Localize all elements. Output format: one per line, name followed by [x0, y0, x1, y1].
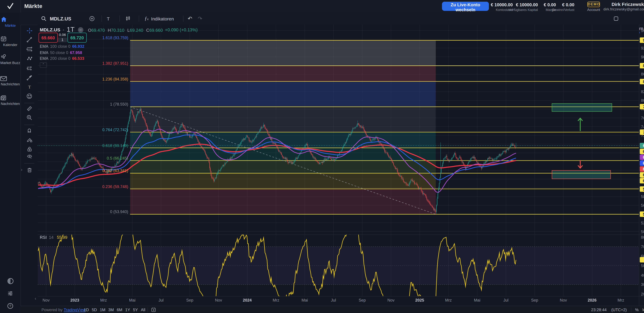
compare-add-button[interactable]: [89, 12, 95, 25]
price-chip-59.748: 59.748: [640, 186, 644, 192]
price-tick: 82.000: [641, 89, 644, 94]
tool-crosshair-icon[interactable]: [24, 26, 35, 35]
rsi-chart-canvas[interactable]: [38, 234, 639, 296]
time-tick-Jul: Jul: [158, 298, 164, 303]
time-tick-Mrz: Mrz: [273, 298, 279, 303]
stat-label: Gewinn/Verlust: [552, 8, 574, 12]
trading-app: Märkte Zu Live-Konto wechseln € 10000.00…: [0, 0, 644, 313]
time-tick-2024: 2024: [243, 298, 252, 303]
tradingview-link[interactable]: TradingView: [64, 308, 86, 312]
time-tick-Mai: Mai: [474, 298, 480, 303]
price-tick: 50.000: [641, 229, 644, 234]
range-button-all[interactable]: All: [141, 308, 145, 312]
scale-button-log[interactable]: log: [642, 308, 644, 312]
time-tick-Sep: Sep: [531, 298, 538, 303]
redo-icon[interactable]: ↷: [198, 12, 202, 25]
tool-text-icon[interactable]: T: [24, 83, 35, 91]
interval-button[interactable]: T: [107, 12, 110, 25]
news-icon: [0, 95, 20, 101]
long-target-box[interactable]: [552, 104, 612, 112]
time-tick-Jul: Jul: [503, 298, 508, 303]
time-tick-2025: 2025: [415, 298, 424, 303]
tool-draw-lock-icon[interactable]: [24, 136, 35, 144]
toolbar-collapse-chevron[interactable]: ‹: [35, 296, 36, 301]
clock[interactable]: 23:28:44: [591, 308, 606, 312]
time-tick-Mai: Mai: [129, 298, 136, 303]
time-tick-Jul: Jul: [331, 298, 336, 303]
short-target-box[interactable]: [552, 170, 611, 179]
ema-row-50[interactable]: EMA50 close 067.958: [40, 50, 82, 55]
price-chip-53.940: 53.940: [640, 212, 644, 217]
range-button-1d[interactable]: 1D: [84, 308, 89, 312]
user-email: dirk.friczewsky@gmail.com: [604, 7, 644, 11]
price-tick: 90.000: [641, 54, 644, 59]
scale-button-%[interactable]: %: [635, 308, 638, 312]
sidebar-item-label: Märkte: [0, 24, 20, 28]
time-tick-Sep: Sep: [359, 298, 366, 303]
tool-zoom-in-icon[interactable]: [24, 113, 35, 122]
range-button-5d[interactable]: 5D: [92, 308, 97, 312]
app-logo[interactable]: [6, 2, 14, 10]
tool-fib-icon[interactable]: [24, 45, 35, 53]
ohlc-o: O69.470: [88, 26, 105, 33]
range-button-1m[interactable]: 1M: [100, 308, 105, 312]
range-button-6m[interactable]: 6M: [117, 308, 122, 312]
price-tick: 76.000: [641, 116, 644, 120]
rsi-tick: 20.00: [641, 292, 644, 297]
chart-type-button[interactable]: [125, 12, 131, 25]
search-icon: [41, 15, 47, 22]
bubbles-icon: [0, 53, 20, 60]
powered-by-label: Powered by: [42, 308, 62, 312]
range-button-3m[interactable]: 3M: [108, 308, 114, 312]
tool-emoji-icon[interactable]: [24, 92, 35, 100]
ema-row-100[interactable]: EMA100 close 066.932: [40, 44, 84, 49]
time-tick-Nov: Nov: [215, 298, 222, 303]
legend-more-button[interactable]: –: [78, 27, 83, 32]
price-chip-66.932: 66.932: [640, 160, 644, 166]
price-chip-87.951: 87.951: [640, 63, 644, 68]
sidebar-item-märkte[interactable]: Märkte: [0, 16, 20, 28]
ohlc-c: C69.660: [146, 26, 163, 33]
rsi-legend: RSI 14 55.99: [40, 235, 67, 240]
help-icon[interactable]: ?: [7, 303, 14, 310]
time-tick-Nov: Nov: [42, 298, 50, 303]
range-button-5y[interactable]: 5Y: [133, 308, 138, 312]
down-arrow-drawing[interactable]: [577, 159, 584, 169]
fx-icon: ƒx: [144, 15, 148, 22]
price-chip-69.660: 69.660: [640, 143, 644, 148]
rsi-tick: 50.00: [641, 263, 644, 268]
home-icon: [0, 16, 20, 23]
ema-row-200[interactable]: EMA200 close 066.533: [40, 56, 84, 61]
time-tick-2023: 2023: [70, 298, 79, 303]
time-axis[interactable]: [38, 296, 639, 306]
sliders-icon[interactable]: [7, 290, 14, 297]
fib-label-1: 1 (78.550): [0, 102, 128, 107]
fib-label-0.236: 0.236 (59.748): [0, 184, 128, 189]
rsi-chip: 55.99: [640, 257, 644, 263]
price-chip-66.533: 66.533: [640, 166, 644, 172]
timezone-label[interactable]: (UTC+2): [612, 308, 627, 312]
fib-label-0.618: 0.618 (69.149): [0, 143, 128, 148]
contrast-icon[interactable]: [7, 277, 14, 285]
page-title: Märkte: [24, 3, 42, 9]
chart-legend-row: MDLZ.US · 1T – O69.470H70.310L69.240C69.…: [40, 26, 198, 33]
price-tick: 56.000: [641, 203, 644, 208]
switch-live-account-button[interactable]: Zu Live-Konto wechseln: [442, 2, 489, 11]
toolbar-divider: [24, 125, 34, 125]
up-arrow-drawing[interactable]: [577, 117, 584, 132]
top-bar: Märkte Zu Live-Konto wechseln € 10000.00…: [0, 0, 644, 13]
price-tick: 58.000: [641, 194, 644, 199]
panel-expand-chevron[interactable]: ›: [21, 167, 22, 172]
legend-symbol[interactable]: MDLZ.US: [40, 27, 60, 32]
fib-label-1.382: 1.382 (87.951): [0, 61, 128, 66]
user-name: Dirk Friczewsky: [612, 2, 644, 7]
indicators-button[interactable]: ƒx Indikatoren: [144, 12, 174, 25]
symbol-search-button[interactable]: MDLZ.US: [41, 12, 71, 25]
ohlc-h: H70.310: [108, 26, 124, 33]
fib-label-0.382: 0.382 (63.341): [0, 168, 128, 173]
undo-icon[interactable]: ↶: [188, 12, 192, 25]
goto-date-icon[interactable]: [151, 307, 156, 312]
layout-icon[interactable]: [613, 12, 619, 25]
range-button-1y[interactable]: 1Y: [125, 308, 130, 312]
rsi-tick: 70.00: [641, 244, 644, 249]
